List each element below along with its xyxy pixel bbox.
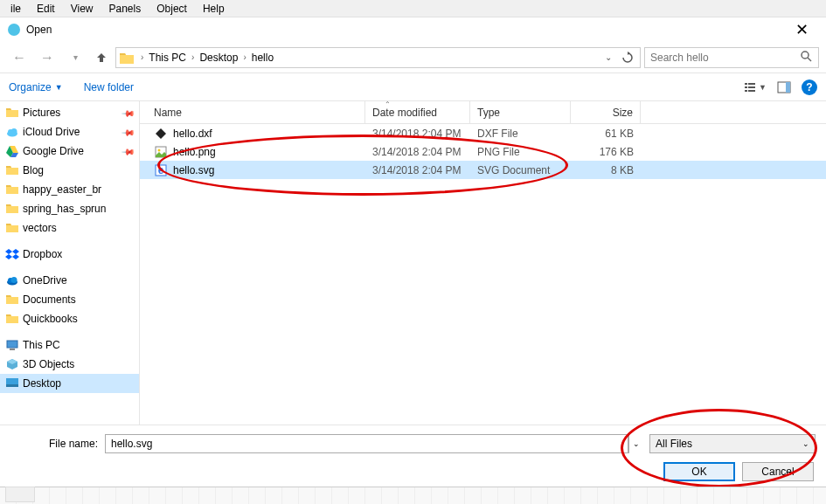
nav-back-button[interactable]: ← (7, 45, 31, 70)
ok-button[interactable]: OK (663, 462, 735, 481)
menu-help[interactable]: Help (196, 1, 232, 17)
folder-icon (120, 52, 134, 64)
preview-pane-icon (777, 80, 791, 94)
file-row[interactable]: hello.png3/14/2018 2:04 PMPNG File176 KB (140, 142, 826, 161)
tree-item[interactable]: Google Drive📌 (0, 142, 139, 161)
file-name: hello.png (173, 146, 216, 158)
pin-icon: 📌 (121, 106, 135, 120)
chevron-right-icon[interactable]: › (141, 52, 143, 62)
svg-point-1 (802, 52, 809, 59)
address-dropdown[interactable]: ⌄ (600, 49, 617, 66)
app-menubar: ile Edit View Panels Object Help (0, 0, 826, 17)
file-list[interactable]: hello.dxf3/14/2018 2:04 PMDXF File61 KBh… (140, 124, 826, 425)
tree-item[interactable]: Quickbooks (0, 309, 139, 328)
folder-icon (5, 163, 19, 177)
svg-rect-10 (786, 82, 790, 93)
file-type: SVG Document (470, 164, 571, 176)
tree-item[interactable]: Documents (0, 290, 139, 309)
app-icon (7, 23, 21, 37)
tree-item[interactable]: Pictures📌 (0, 103, 139, 122)
3d-icon (5, 357, 19, 371)
search-icon[interactable] (799, 49, 813, 66)
ruler-corner (5, 487, 35, 502)
view-mode-button[interactable]: ▼ (743, 80, 767, 94)
breadcrumb: › This PC › Desktop › hello (141, 52, 600, 64)
svg-rect-17 (7, 341, 17, 348)
folder-icon (5, 312, 19, 326)
tree-item[interactable]: Blog (0, 161, 139, 180)
file-row[interactable]: hello.dxf3/14/2018 2:04 PMDXF File61 KB (140, 124, 826, 142)
tree-item[interactable]: Desktop (0, 374, 139, 393)
tree-item-label: Pictures (23, 107, 120, 119)
refresh-button[interactable] (619, 49, 636, 66)
file-name: hello.svg (173, 164, 214, 176)
tree-item-label: Google Drive (23, 145, 120, 157)
file-row[interactable]: ehello.svg3/14/2018 2:04 PMSVG Document8… (140, 161, 826, 179)
png-file-icon (154, 145, 168, 159)
menu-object[interactable]: Object (149, 1, 194, 17)
column-name[interactable]: Name (140, 101, 365, 123)
help-button[interactable]: ? (802, 79, 817, 95)
tree-item-label: Desktop (23, 377, 134, 390)
chevron-right-icon[interactable]: › (243, 52, 246, 62)
tree-item[interactable]: This PC (0, 335, 139, 355)
file-filter-select[interactable]: All Files ⌄ (649, 434, 816, 453)
nav-forward-button[interactable]: → (35, 45, 59, 70)
file-name: hello.dxf (173, 128, 212, 140)
menu-edit[interactable]: Edit (30, 1, 62, 17)
tree-item[interactable]: Dropbox (0, 245, 139, 264)
tree-item[interactable]: OneDrive (0, 271, 139, 290)
search-box[interactable] (644, 47, 819, 68)
sort-indicator-icon: ⌃ (385, 100, 391, 108)
menu-view[interactable]: View (64, 1, 101, 17)
filename-input[interactable]: hello.svg (105, 434, 628, 453)
tree-item-label: Quickbooks (23, 313, 134, 325)
pin-icon: 📌 (121, 144, 135, 158)
address-bar[interactable]: › This PC › Desktop › hello ⌄ (115, 47, 641, 68)
breadcrumb-desktop[interactable]: Desktop (198, 52, 239, 64)
preview-pane-button[interactable] (777, 80, 791, 94)
organize-button[interactable]: Organize ▼ (9, 81, 63, 93)
nav-recent-dropdown[interactable]: ▾ (63, 45, 87, 70)
details-view-icon (743, 80, 757, 94)
menu-panels[interactable]: Panels (102, 1, 149, 17)
svg-rect-5 (745, 86, 747, 88)
svg-point-0 (8, 24, 20, 36)
tree-item-label: happy_easter_br (23, 183, 134, 196)
filename-label: File name: (10, 438, 98, 450)
chevron-down-icon: ▼ (759, 83, 767, 92)
tree-item-label: OneDrive (23, 274, 134, 287)
nav-up-button[interactable] (91, 47, 112, 68)
file-date: 3/14/2018 2:04 PM (365, 146, 470, 158)
tree-item[interactable]: happy_easter_br (0, 180, 139, 199)
icloud-icon (5, 125, 19, 139)
nav-tree[interactable]: Pictures📌iCloud Drive📌Google Drive📌Blogh… (0, 101, 140, 425)
tree-item[interactable]: spring_has_sprun (0, 199, 139, 218)
search-input[interactable] (650, 52, 799, 64)
navbar: ← → ▾ › This PC › Desktop › hello ⌄ (0, 42, 826, 73)
column-date[interactable]: Date modified (365, 101, 470, 123)
toolbar: Organize ▼ New folder ▼ ? (0, 73, 826, 101)
tree-item-label: This PC (23, 339, 134, 351)
svg-rect-3 (745, 83, 747, 85)
breadcrumb-hello[interactable]: hello (250, 52, 275, 64)
tree-item[interactable]: 3D Objects (0, 355, 139, 374)
tree-item-label: iCloud Drive (23, 126, 120, 138)
close-button[interactable]: ✕ (784, 17, 819, 42)
column-type[interactable]: Type (470, 101, 571, 123)
menu-file[interactable]: ile (3, 1, 28, 17)
column-size[interactable]: Size (571, 101, 641, 123)
tree-item-label: Dropbox (23, 248, 134, 260)
tree-item[interactable]: iCloud Drive📌 (0, 122, 139, 142)
breadcrumb-thispc[interactable]: This PC (147, 52, 188, 64)
svg-text:e: e (158, 164, 164, 176)
chevron-right-icon[interactable]: › (191, 52, 194, 62)
new-folder-button[interactable]: New folder (84, 81, 134, 93)
cancel-button[interactable]: Cancel (742, 462, 814, 481)
filename-history-dropdown[interactable]: ⌄ (628, 434, 642, 453)
svg-rect-6 (748, 86, 755, 88)
svg-rect-7 (745, 90, 747, 92)
file-content: ⌃ Name Date modified Type Size hello.dxf… (140, 101, 826, 425)
tree-item[interactable]: vectors (0, 218, 139, 238)
svg-point-13 (11, 128, 17, 135)
